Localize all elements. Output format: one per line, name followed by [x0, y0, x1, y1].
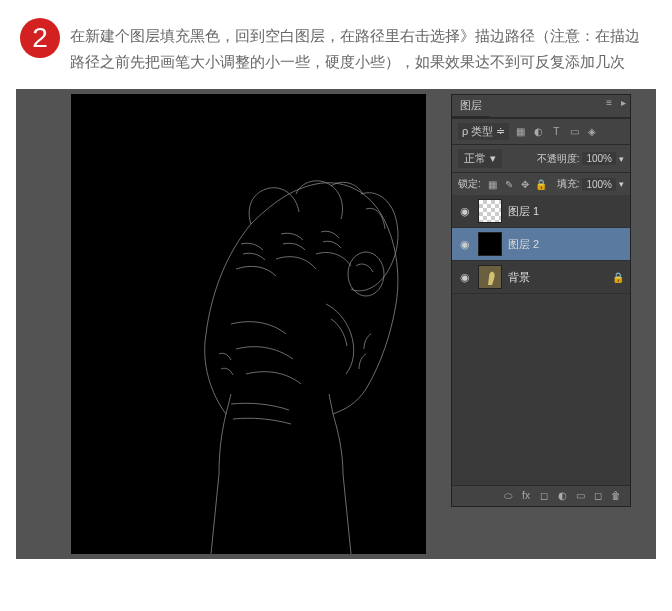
filter-shape-icon[interactable]: ▭ [567, 125, 581, 139]
photoshop-workspace: 图层 ≡ ▸ ρ 类型 ≑ ▦ ◐ T ▭ ◈ 正常▾ 不透明度: 100% ▾ [16, 89, 656, 559]
layer-name-label[interactable]: 背景 [508, 270, 606, 285]
lock-transparent-icon[interactable]: ▦ [486, 177, 500, 191]
adjustment-layer-icon[interactable]: ◐ [554, 490, 570, 502]
lock-pixels-icon[interactable]: ✎ [502, 177, 516, 191]
step-instruction-text: 在新建个图层填充黑色，回到空白图层，在路径里右击选择》描边路径（注意：在描边路径… [70, 18, 652, 74]
lock-label: 锁定: [458, 177, 481, 191]
lock-position-icon[interactable]: ✥ [518, 177, 532, 191]
layers-panel: 图层 ≡ ▸ ρ 类型 ≑ ▦ ◐ T ▭ ◈ 正常▾ 不透明度: 100% ▾ [451, 94, 631, 507]
fill-label: 填充: [557, 177, 580, 191]
layer-list: ◉ 图层 1 ◉ 图层 2 ◉ 背景 🔒 [452, 195, 630, 485]
layer-name-label[interactable]: 图层 1 [508, 204, 624, 219]
opacity-dropdown-icon[interactable]: ▾ [619, 154, 624, 164]
lock-all-icon[interactable]: 🔒 [534, 177, 548, 191]
layer-thumbnail[interactable] [478, 232, 502, 256]
filter-smart-icon[interactable]: ◈ [585, 125, 599, 139]
blend-mode-dropdown[interactable]: 正常▾ [458, 149, 502, 168]
layers-panel-footer: ⬭ fx ◻ ◐ ▭ ◻ 🗑 [452, 485, 630, 506]
layer-item[interactable]: ◉ 图层 1 [452, 195, 630, 228]
panel-menu-icon[interactable]: ≡ [606, 97, 612, 108]
layer-filter-row: ρ 类型 ≑ ▦ ◐ T ▭ ◈ [452, 118, 630, 144]
visibility-toggle-icon[interactable]: ◉ [458, 205, 472, 218]
layers-panel-tab[interactable]: 图层 [452, 95, 490, 117]
filter-adjust-icon[interactable]: ◐ [531, 125, 545, 139]
layer-group-icon[interactable]: ▭ [572, 490, 588, 502]
layer-locked-icon: 🔒 [612, 272, 624, 283]
layer-fx-icon[interactable]: fx [518, 490, 534, 502]
fill-dropdown-icon[interactable]: ▾ [619, 179, 624, 189]
layer-name-label[interactable]: 图层 2 [508, 237, 624, 252]
panel-collapse-icon[interactable]: ▸ [621, 97, 626, 108]
delete-layer-icon[interactable]: 🗑 [608, 490, 624, 502]
step-number-badge: 2 [20, 18, 60, 58]
fist-line-art [71, 94, 426, 554]
opacity-label: 不透明度: [537, 152, 580, 166]
layer-item[interactable]: ◉ 背景 🔒 [452, 261, 630, 294]
visibility-toggle-icon[interactable]: ◉ [458, 238, 472, 251]
layer-thumbnail[interactable] [478, 199, 502, 223]
filter-pixel-icon[interactable]: ▦ [513, 125, 527, 139]
layer-mask-icon[interactable]: ◻ [536, 490, 552, 502]
visibility-toggle-icon[interactable]: ◉ [458, 271, 472, 284]
filter-text-icon[interactable]: T [549, 125, 563, 139]
new-layer-icon[interactable]: ◻ [590, 490, 606, 502]
layer-thumbnail[interactable] [478, 265, 502, 289]
fill-value[interactable]: 100% [582, 178, 616, 191]
opacity-value[interactable]: 100% [582, 152, 616, 165]
document-canvas[interactable] [71, 94, 426, 554]
svg-point-0 [348, 252, 384, 296]
filter-type-dropdown[interactable]: ρ 类型 ≑ [458, 123, 509, 140]
layer-item[interactable]: ◉ 图层 2 [452, 228, 630, 261]
link-layers-icon[interactable]: ⬭ [500, 490, 516, 502]
